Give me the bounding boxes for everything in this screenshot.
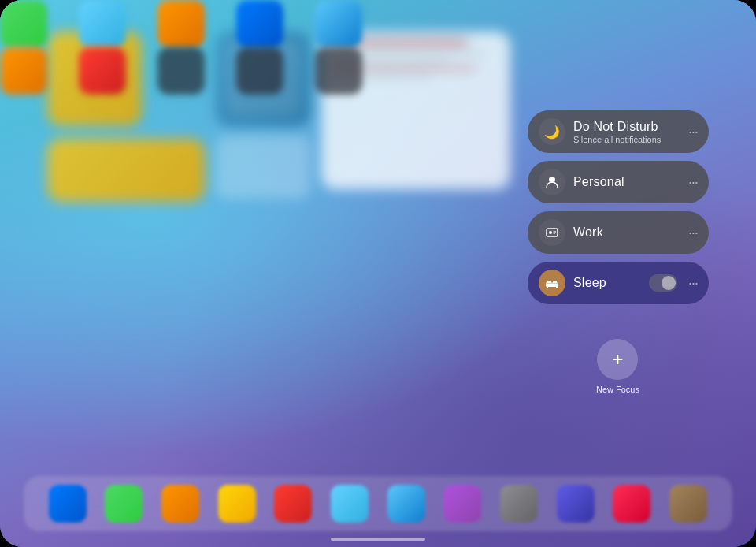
ipad-frame: 🌙 Do Not Disturb Silence all notificatio… [0,0,756,547]
svg-rect-10 [556,286,558,288]
svg-rect-8 [553,281,557,283]
focus-item-sleep[interactable]: Sleep ··· [528,262,709,304]
home-indicator [331,538,425,541]
svg-rect-9 [547,286,548,288]
focus-item-dnd[interactable]: 🌙 Do Not Disturb Silence all notificatio… [528,110,709,153]
plus-icon: + [612,348,623,370]
focus-sleep-label: Sleep [573,276,641,290]
app-icon-6 [0,47,47,95]
svg-rect-7 [547,281,551,283]
dock-icon-10 [557,485,595,523]
dock-icon-3 [161,485,199,523]
app-icon-10 [315,47,362,95]
dock-icon-5 [274,485,312,523]
id-card-icon [539,219,565,246]
focus-personal-label: Personal [573,175,680,189]
new-focus-area[interactable]: + New Focus [596,339,639,394]
new-focus-button[interactable]: + [597,339,638,380]
dock-icon-4 [218,485,256,523]
app-icon-5 [315,0,362,47]
focus-work-more[interactable]: ··· [688,225,698,241]
new-focus-label: New Focus [596,385,639,394]
dock [24,476,732,531]
dock-icon-8 [443,485,481,523]
dock-icon-2 [105,485,143,523]
focus-work-label: Work [573,225,680,240]
focus-item-work[interactable]: Work ··· [528,211,709,254]
app-icon-9 [236,47,284,95]
dock-icon-7 [387,485,425,523]
dock-icon-1 [49,485,87,523]
focus-menu: 🌙 Do Not Disturb Silence all notificatio… [528,110,709,304]
app-icon-4 [236,0,284,47]
app-icon-7 [79,47,126,95]
focus-personal-more[interactable]: ··· [688,174,698,191]
dock-icon-12 [669,485,707,523]
focus-dnd-text: Do Not Disturb Silence all notifications [573,120,680,144]
sleep-toggle[interactable] [649,274,677,292]
focus-dnd-more[interactable]: ··· [688,124,698,140]
focus-dnd-sublabel: Silence all notifications [573,135,680,144]
widget-small-2 [216,136,310,199]
moon-icon: 🌙 [539,118,565,145]
person-icon [539,169,565,195]
widget-yellow-wide [47,139,205,202]
dock-icon-11 [613,485,650,523]
app-icon-3 [158,0,205,47]
svg-point-2 [549,231,552,234]
app-icon-facetime [79,0,126,47]
app-row-1 [0,0,756,47]
focus-item-personal[interactable]: Personal ··· [528,161,709,203]
dock-icon-6 [331,485,369,523]
app-icon-messages [0,0,47,47]
app-row-2 [0,47,756,95]
focus-sleep-more[interactable]: ··· [688,275,698,292]
focus-dnd-label: Do Not Disturb [573,120,658,133]
dock-icon-9 [500,485,538,523]
bed-icon [539,270,565,296]
app-icon-8 [158,47,205,95]
